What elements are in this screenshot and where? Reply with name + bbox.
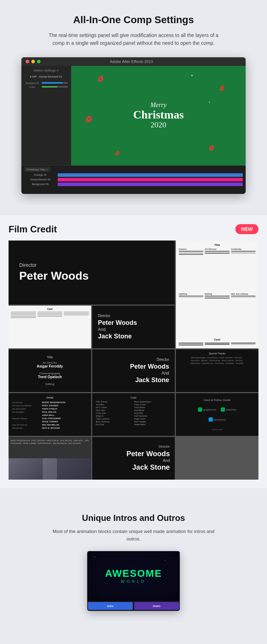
crew-name8: WALTER MELON [42, 424, 59, 426]
cast-dark-card: Cast Polly ScienceMario Speedwagon Tara … [92, 393, 175, 436]
film-cell-title-card: Title Art Director Asigar Feroddy Cinema… [9, 349, 91, 392]
crew-row9: Storyboard NICK B. BOCKER [12, 427, 88, 429]
director-jack-left: Jack Stone [98, 333, 132, 340]
credits-col6: Hair and makeup [231, 293, 256, 335]
cast-grid-col2 [205, 343, 229, 345]
cline [205, 297, 229, 297]
director-name-small-left: Peter Woods [98, 319, 137, 327]
credits-col-title3: Continuity [231, 248, 256, 250]
cast-col3 [64, 312, 89, 319]
credits-lines4 [179, 296, 203, 297]
intro-button[interactable]: Intro [88, 602, 133, 610]
outro-button[interactable]: Outro [134, 602, 179, 610]
director-and-right: And [162, 370, 169, 376]
credits-col-title4: Lighting [179, 293, 203, 295]
ae-mockup: Adobe After Effects 2019 Motion Settings… [21, 57, 246, 194]
ae-prop-background: Background [24, 82, 68, 84]
ae-properties: Background Color [24, 82, 68, 88]
cname-line [37, 313, 63, 314]
cast-name-l2: Tara Misu [96, 403, 133, 406]
awesome-mockup: AWESOME WORLD Intro Outro [87, 551, 180, 611]
cname-line [37, 315, 63, 315]
crew-name3: ANNA STRESA [42, 408, 57, 410]
art-director-name: Asigar Feroddy [37, 364, 63, 368]
cline [205, 253, 229, 254]
cast-col1 [11, 312, 36, 319]
cast-name-r2: Patsy Cruiser [134, 403, 171, 406]
film-cell-director-bottom: Director Peter Woods And Jack Stone [92, 437, 175, 480]
ae-prop-label2: Color [24, 86, 40, 88]
cast-name-r3: Anna Stresa [134, 406, 171, 408]
videohive-label: videohive [226, 408, 237, 411]
film-cell-director-large: Director Peter Woods [9, 241, 175, 305]
film-header: Film Credit NEW [9, 224, 258, 235]
cast-name-l3: Ed U. Cation [96, 406, 133, 408]
cast-dark-cols: Polly ScienceMario Speedwagon Tara MisuP… [96, 401, 171, 426]
intros-section: Unique Intros and Outros Most of the ani… [0, 499, 267, 622]
ae-layer-name2: Social Element 59 [24, 178, 56, 181]
credits-sheet-title: Title [179, 243, 256, 247]
crew-role2: Art Dept Coordinator [12, 405, 41, 407]
crew-row2: Art Dept Coordinator PITEY CRUISER [12, 405, 88, 407]
ae-body: Motion Settings A ▸ MP - Social Element … [21, 66, 246, 165]
cline [179, 296, 203, 296]
cname-line [37, 312, 63, 312]
film-new-badge: NEW [235, 224, 258, 234]
director-name-bottom: Peter Woods [126, 450, 170, 458]
ae-layer-item: ▸ MP - Social Element 01 [24, 74, 68, 79]
cast-grid [179, 343, 256, 345]
cline [231, 296, 256, 296]
ae-timeline: Christmas Title ☆ Footage 04 Social Elem… [21, 165, 246, 194]
cinematography-role: Cinematography [38, 372, 62, 375]
cline [231, 253, 256, 254]
comp-settings-section: All-In-One Comp Settings The real-time s… [0, 0, 267, 205]
title-card-art-director: Art Director Asigar Feroddy [37, 361, 63, 370]
ae-deco3: 💋 [85, 116, 92, 122]
credits-col-title6: Hair and makeup [231, 293, 256, 295]
director-label-small-right: Director [157, 358, 169, 361]
film-cell-director-small-right: Director Peter Woods And Jack Stone [92, 349, 175, 392]
photo-placeholder [9, 458, 91, 480]
cast-name-l4: Gerry Atric [96, 409, 133, 411]
film-credit-title: Film Credit [9, 224, 57, 235]
logo-row1: graphicriver videohive [198, 407, 236, 412]
section1-description: The real-time settings panel will give m… [48, 31, 219, 47]
ae-timeline-row2: Social Element 59 [24, 178, 243, 181]
director-small-left: Director Peter Woods And Jack Stone [92, 306, 175, 348]
director-label-large: Director [19, 262, 37, 268]
ae-star1: ✦ [190, 74, 193, 78]
intros-title: Unique Intros and Outros [21, 513, 246, 523]
credits-col5: Editing [205, 293, 229, 335]
title-card-title: Title [47, 355, 53, 359]
ae-layer-bar1 [58, 173, 243, 177]
ae-window-title: Adobe After Effects 2019 [21, 59, 241, 64]
film-cell-credits-sheet: Title Camera Art Director [176, 241, 258, 348]
photodune-label: photodune [214, 418, 226, 421]
director-large-card: Director Peter Woods [9, 241, 175, 305]
film-cell-cast-dark: Cast Polly ScienceMario Speedwagon Tara … [92, 393, 175, 436]
credits-col2: Art Director [205, 248, 229, 290]
crew-row8: Asst Art Director WALTER MELON [12, 424, 88, 426]
audiojungle-label: audiojungle [212, 428, 223, 431]
logos-card: Used & Follow Studio graphicriver videoh… [176, 393, 258, 436]
editing-role: Editing [46, 382, 54, 386]
title-card-cinematography: Cinematography Trent Opeloch [38, 372, 62, 380]
photo-cell [9, 458, 91, 480]
cast-name-l9: Don Druft [96, 423, 133, 426]
crew-row5: ANNA MULL [12, 414, 88, 416]
cast-name-r4: Paul Molive [134, 409, 171, 411]
crew-role3: Set Decorance [12, 408, 41, 410]
ae-christmas: Christmas [133, 109, 184, 120]
cast-name-l6: Midge Id [96, 415, 133, 417]
crew-name7: PAIGE TURNER [42, 421, 58, 423]
cline [231, 297, 256, 297]
cast-name-l5: Kenny Gitty [96, 412, 133, 414]
cline [205, 344, 229, 345]
cast-name-l7: Claire Lackmen [96, 418, 133, 420]
credits-cols2: Lighting Editing [179, 293, 256, 335]
ae-timeline-row3: Background 96 [24, 183, 243, 186]
ae-year: 2020 [133, 120, 184, 130]
cast-dark-col1: Polly ScienceMario Speedwagon Tara MisuP… [96, 401, 171, 426]
director-bottom-card: Director Peter Woods And Jack Stone [92, 437, 175, 480]
cline [179, 345, 203, 345]
